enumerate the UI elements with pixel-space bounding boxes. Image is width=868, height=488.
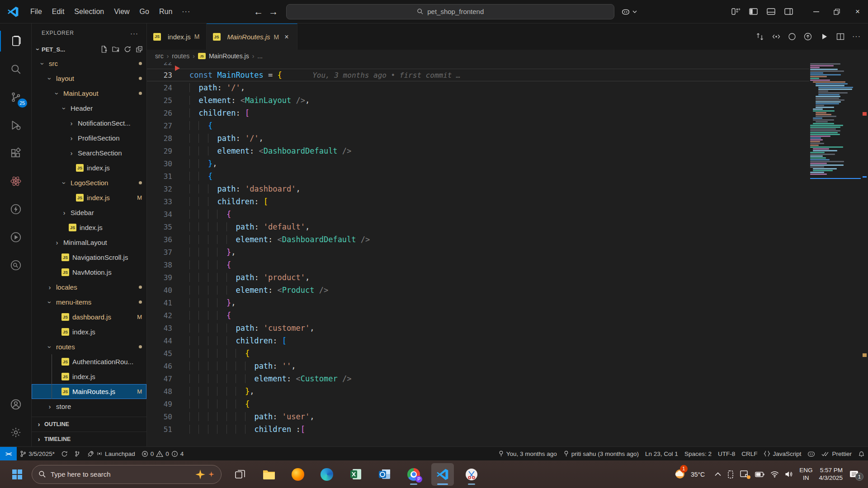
source-control-view-icon[interactable]: 25 — [0, 83, 32, 111]
breadcrumb-file[interactable]: MainRoutes.js — [209, 52, 249, 60]
tree-item-navmotion-js[interactable]: JSNavMotion.js — [32, 265, 146, 280]
code-line-28[interactable]: 28 path: '/', — [147, 132, 809, 145]
menu-run[interactable]: Run — [154, 5, 177, 19]
code-line-29[interactable]: 29 element: <DashboardDefault /> — [147, 145, 809, 157]
code-spell-checker-icon[interactable] — [0, 251, 32, 279]
breadcrumb-src[interactable]: src — [155, 52, 164, 60]
line-number[interactable]: 48 — [147, 387, 172, 396]
refresh-icon[interactable] — [124, 46, 131, 53]
line-number[interactable]: 40 — [147, 286, 172, 295]
minimize-button[interactable] — [806, 0, 826, 23]
tree-item-index-js[interactable]: JSindex.js — [32, 220, 146, 235]
tree-item-index-js[interactable]: JSindex.js — [32, 324, 146, 339]
language-indicator[interactable]: ENG IN — [799, 467, 812, 482]
menu-view[interactable]: View — [109, 5, 134, 19]
toggle-primary-sidebar-icon[interactable] — [749, 8, 758, 15]
eol-item[interactable]: CRLF — [738, 450, 760, 457]
line-number[interactable]: 23 — [147, 71, 172, 80]
code-line-47[interactable]: 47 element: <Customer /> — [147, 372, 809, 385]
menu-overflow-button[interactable]: ··· — [177, 5, 195, 19]
outline-section-header[interactable]: › OUTLINE — [32, 417, 146, 432]
formatter-item[interactable]: Prettier — [818, 450, 855, 457]
breadcrumb-routes[interactable]: routes — [172, 52, 189, 60]
code-line-23[interactable]: 23const MainRoutes = {You, 3 months ago … — [147, 69, 809, 81]
tree-item-profilesection[interactable]: ›ProfileSection — [32, 131, 146, 145]
react-extension-icon[interactable] — [0, 167, 32, 195]
settings-gear-icon[interactable] — [0, 418, 32, 446]
line-number[interactable]: 33 — [147, 197, 172, 206]
tree-item-layout[interactable]: ›layout — [32, 71, 146, 86]
line-number[interactable]: 32 — [147, 185, 172, 193]
tab-mainroutes-js[interactable]: JS MainRoutes.js M × — [207, 23, 297, 50]
line-number[interactable]: 41 — [147, 299, 172, 307]
tree-item-locales[interactable]: ›locales — [32, 280, 146, 295]
tree-item-navigationscroll-js[interactable]: JSNavigationScroll.js — [32, 250, 146, 265]
notification-center-button[interactable]: 1 — [849, 470, 862, 479]
menu-go[interactable]: Go — [135, 5, 154, 19]
copilot-status-item[interactable] — [804, 450, 818, 457]
tab-index-js[interactable]: JS index.js M — [147, 23, 207, 50]
firefox-button[interactable] — [287, 463, 309, 486]
line-number[interactable]: 27 — [147, 122, 172, 130]
blame-you-item[interactable]: You, 3 months ago — [495, 450, 560, 457]
explorer-more-actions-button[interactable]: ··· — [127, 28, 141, 38]
line-number[interactable]: 36 — [147, 235, 172, 244]
line-number[interactable]: 46 — [147, 362, 172, 371]
breadcrumb-symbol[interactable]: ... — [257, 52, 263, 60]
code-line-42[interactable]: 42 { — [147, 309, 809, 322]
code-line-27[interactable]: 27 { — [147, 119, 809, 132]
split-editor-icon[interactable] — [836, 32, 845, 41]
problems-item[interactable]: 0 0 4 — [138, 447, 187, 460]
editor-more-actions-icon[interactable]: ··· — [852, 33, 861, 41]
tree-item-notificationsect-[interactable]: ›NotificationSect... — [32, 116, 146, 131]
git-branch-item[interactable]: 3/5/2025* — [17, 447, 58, 460]
close-button[interactable]: × — [847, 0, 868, 23]
close-tab-icon[interactable]: × — [283, 32, 290, 42]
line-number[interactable]: 51 — [147, 425, 172, 434]
file-explorer-button[interactable] — [258, 463, 280, 486]
sync-changes-button[interactable] — [58, 447, 71, 460]
line-number[interactable]: 44 — [147, 337, 172, 345]
code-line-49[interactable]: 49 { — [147, 398, 809, 410]
nav-back-button[interactable]: ← — [254, 6, 263, 17]
code-line-51[interactable]: 51 children :[ — [147, 423, 809, 436]
toggle-secondary-sidebar-icon[interactable] — [784, 8, 793, 15]
code-line-25[interactable]: 25 element: <MainLayout />, — [147, 94, 809, 107]
code-line-30[interactable]: 30 }, — [147, 157, 809, 170]
tree-item-searchsection[interactable]: ›SearchSection — [32, 145, 146, 160]
menu-file[interactable]: File — [25, 5, 47, 19]
cursor-position-item[interactable]: Ln 23, Col 1 — [642, 450, 681, 457]
line-number[interactable]: 45 — [147, 349, 172, 358]
open-changes-icon[interactable] — [755, 32, 764, 41]
clock[interactable]: 5:57 PM 4/3/2025 — [819, 467, 843, 482]
git-deleted-lines-marker[interactable] — [175, 66, 180, 71]
overview-ruler[interactable] — [861, 62, 868, 446]
battery-icon[interactable] — [755, 472, 764, 477]
code-line-44[interactable]: 44 children: [ — [147, 334, 809, 347]
minimap[interactable] — [810, 63, 861, 179]
tree-item-authenticationrou-[interactable]: JSAuthenticationRou... — [32, 354, 146, 369]
tree-item-src[interactable]: ›src — [32, 56, 146, 71]
tree-item-index-js[interactable]: JSindex.js — [32, 160, 146, 175]
volume-icon[interactable] — [785, 471, 793, 478]
tree-item-mainroutes-js[interactable]: JSMainRoutes.jsM — [32, 384, 146, 399]
search-view-icon[interactable] — [0, 55, 32, 83]
code-line-40[interactable]: 40 element: <Product /> — [147, 284, 809, 296]
chrome-button[interactable]: P — [402, 463, 425, 486]
tree-item-routes[interactable]: ›routes — [32, 339, 146, 354]
outlook-button[interactable] — [373, 463, 396, 486]
code-line-39[interactable]: 39 path: 'product', — [147, 271, 809, 284]
excel-button[interactable] — [344, 463, 367, 486]
line-number[interactable]: 38 — [147, 261, 172, 269]
accounts-icon[interactable] — [0, 390, 32, 418]
menu-selection[interactable]: Selection — [69, 5, 109, 19]
tree-item-sidebar[interactable]: ›Sidebar — [32, 205, 146, 220]
breadcrumbs[interactable]: src › routes › JS MainRoutes.js › ... — [147, 50, 868, 62]
commit-graph-button[interactable] — [71, 447, 84, 460]
line-number[interactable]: 31 — [147, 172, 172, 181]
new-folder-icon[interactable] — [112, 46, 119, 53]
code-line-33[interactable]: 33 children: [ — [147, 195, 809, 208]
tree-item-index-js[interactable]: JSindex.jsM — [32, 190, 146, 205]
line-number[interactable]: 39 — [147, 273, 172, 282]
code-line-24[interactable]: 24 path: '/', — [147, 81, 809, 94]
